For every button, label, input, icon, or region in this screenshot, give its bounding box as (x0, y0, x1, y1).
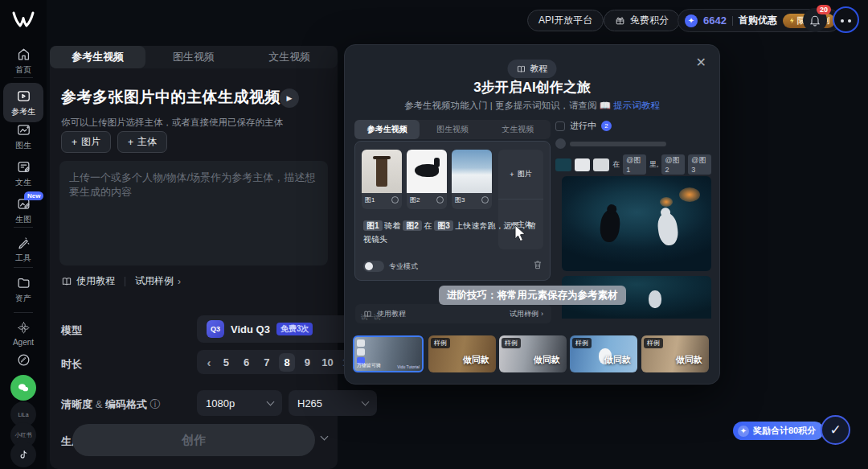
close-icon[interactable]: ✕ (696, 55, 706, 70)
result-tag: @图3 (688, 154, 711, 175)
result-video-thumbnail[interactable] (562, 176, 711, 271)
tab-reference-video[interactable]: 参考生视频 (50, 46, 145, 68)
sidebar-item-label: 首页 (15, 65, 31, 74)
modal-subtitle: 参考生视频功能入门 | 更多提示词知识，请查阅 📖 提示词教程 (345, 100, 719, 112)
demo-add-image-button[interactable]: +图片 (498, 150, 543, 200)
sidebar-item-label: 生图 (15, 215, 31, 224)
sample-action-label: 做同款 (534, 354, 560, 366)
divider (125, 277, 125, 286)
try-sample-link[interactable]: 试用样例 › (135, 274, 181, 288)
duration-option[interactable]: 7 (259, 356, 275, 368)
divider (14, 267, 33, 268)
duration-option-selected[interactable]: 8 (279, 353, 295, 372)
landscape-image (452, 150, 492, 193)
api-platform-button[interactable]: API开放平台 (527, 10, 604, 31)
tutorial-link[interactable]: 使用教程 (61, 274, 115, 288)
in-progress-checkbox[interactable] (555, 121, 565, 131)
result-prompt-line: 在 @图1 里, @图2 @图3 (555, 154, 711, 175)
promo-label: 首购优惠 (739, 14, 777, 27)
demo-tab-text[interactable]: 文生视频 (485, 120, 551, 139)
demo-image-card-2[interactable]: 图2 (407, 150, 447, 209)
trash-icon[interactable] (532, 259, 543, 270)
duration-label: 时长 (61, 357, 82, 372)
demo-image-card-1[interactable]: 图1 (362, 150, 402, 209)
tiktok-icon[interactable] (10, 442, 36, 467)
replace-icon[interactable] (436, 196, 444, 204)
notifications-button[interactable]: 20 (803, 8, 827, 32)
demo-tab-image[interactable]: 图生视频 (420, 120, 485, 139)
replace-icon[interactable] (391, 196, 399, 204)
reward-coin-icon: ✦ (738, 426, 749, 437)
replace-icon[interactable] (481, 196, 489, 204)
sample-card[interactable]: 样例 做同款 (570, 335, 637, 372)
folder-icon (16, 275, 31, 290)
vidu-logo-icon[interactable] (10, 6, 36, 32)
sidebar-item-reference[interactable]: 参考生 (3, 83, 43, 122)
wechat-icon[interactable] (10, 375, 36, 401)
sample-card-selected[interactable]: 万物皆可骑 Vidu Tutorial (353, 335, 424, 372)
sidebar-item-assets[interactable]: 资产 (0, 275, 47, 304)
sample-card[interactable]: 样例 做同款 (641, 335, 709, 372)
duration-option[interactable]: 10 (320, 356, 336, 368)
sidebar-item-image-to-video[interactable]: 图生 (0, 122, 47, 151)
sidebar-item-home[interactable]: 首页 (0, 47, 47, 76)
sample-action-label: 做同款 (463, 354, 489, 366)
book-icon (61, 276, 72, 287)
sidebar-item-label: 工具 (15, 253, 31, 262)
demo-tutorial-link[interactable]: 使用教程 (377, 309, 406, 319)
page-subtitle: 你可以上传图片选择主体，或者直接使用已保存的主体 (61, 117, 283, 129)
avatar[interactable] (833, 6, 859, 33)
reward-pill[interactable]: ✦ 奖励合计80积分 (733, 422, 824, 440)
pro-mode-toggle[interactable] (363, 261, 384, 272)
result-user-row (555, 138, 711, 149)
mode-tabs: 参考生视频 图生视频 文生视频 (50, 46, 338, 68)
model-icon: Q3 (207, 320, 224, 338)
codec-select[interactable]: H265 (289, 390, 377, 416)
create-button[interactable]: 创作 (72, 424, 315, 456)
in-progress-count-badge: 2 (601, 121, 612, 131)
codec-label: 编码格式 (105, 398, 147, 410)
sidebar-item-feedback[interactable] (0, 352, 47, 370)
duration-option[interactable]: 9 (299, 356, 315, 368)
home-icon (16, 47, 31, 62)
duration-option[interactable]: 6 (239, 356, 255, 368)
intro-play-button[interactable]: ▶ (280, 88, 299, 108)
sample-card[interactable]: 样例 做同款 (428, 335, 496, 372)
demo-image-card-3[interactable]: 图3 (452, 150, 492, 209)
sidebar-item-agent[interactable]: Agent (0, 320, 47, 347)
tutorial-modal: ✕ 教程 3步开启AI创作之旅 参考生视频功能入门 | 更多提示词知识，请查阅 … (344, 44, 720, 385)
sample-badge: 样例 (431, 338, 450, 348)
demo-composer: 参考生视频 图生视频 文生视频 图1 图2 图3 +图片 (354, 120, 551, 302)
free-credits-button[interactable]: 免费积分 (604, 10, 680, 31)
duration-option[interactable]: 5 (218, 356, 234, 368)
prompt-tag: 图3 (434, 220, 453, 231)
sidebar-item-generate-image[interactable]: New 生图 (0, 196, 47, 225)
tutorial-badge-label: 教程 (530, 63, 548, 75)
sidebar-item-text-to-video[interactable]: 文生 (0, 159, 47, 188)
demo-footer: 使用教程 试用样例› (355, 304, 551, 323)
sidebar-item-label: 参考生 (11, 107, 35, 116)
demo-sample-link[interactable]: 试用样例› (510, 309, 543, 319)
divider (14, 312, 33, 313)
checkin-button[interactable]: ✓ (821, 415, 850, 445)
add-image-button[interactable]: + 图片 (61, 131, 111, 153)
divider (732, 16, 733, 26)
demo-tab-reference[interactable]: 参考生视频 (354, 120, 420, 139)
image-label: 图1 (365, 195, 375, 204)
sidebar-item-tools[interactable]: 工具 (0, 235, 47, 264)
duration-prev-arrow[interactable]: ‹ (204, 356, 214, 369)
tab-image-video[interactable]: 图生视频 (145, 46, 241, 68)
add-subject-button[interactable]: + 主体 (117, 131, 167, 153)
model-free-badge: 免费3次 (276, 323, 313, 335)
demo-tabs: 参考生视频 图生视频 文生视频 (354, 120, 551, 139)
quality-label: 清晰度 (61, 398, 92, 410)
quality-select[interactable]: 1080p (197, 390, 282, 416)
sample-badge: 样例 (502, 338, 521, 348)
sample-card[interactable]: 样例 做同款 (499, 335, 567, 372)
tab-text-video[interactable]: 文生视频 (242, 46, 338, 68)
new-badge: New (24, 191, 43, 200)
prompt-tutorial-link[interactable]: 📖 提示词教程 (600, 101, 660, 110)
sidebar: 首页 参考生 图生 文生 New 生图 工具 资产 (0, 0, 47, 469)
prompt-tag: 图2 (403, 220, 422, 231)
prompt-input[interactable] (59, 161, 328, 265)
